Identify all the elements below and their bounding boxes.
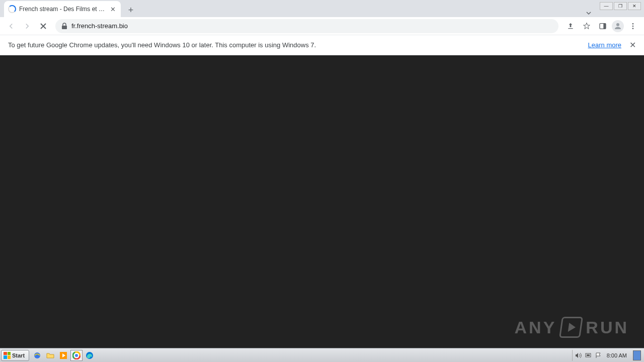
play-icon [559,317,583,338]
chrome-taskbar-icon[interactable] [70,350,83,361]
bookmark-button[interactable] [580,19,594,33]
svg-rect-16 [587,354,590,356]
volume-icon[interactable] [575,352,582,359]
tab-title: French stream - Des Films et Séries [19,6,106,13]
window-controls: — ❐ ✕ [583,2,641,19]
infobar-message: To get future Google Chrome updates, you… [8,41,588,49]
svg-rect-2 [603,23,606,29]
svg-point-6 [632,28,634,29]
url-text: fr.french-stream.bio [71,22,128,30]
close-tab-button[interactable]: ✕ [109,5,117,13]
taskbar-clock[interactable]: 8:00 AM [605,352,629,358]
media-player-icon[interactable] [57,350,69,361]
start-label: Start [12,352,25,358]
loading-spinner-icon [8,5,16,13]
network-icon[interactable] [585,352,592,359]
page-content: ANY RUN [0,55,644,348]
watermark-text-left: ANY [515,318,557,337]
minimize-window-button[interactable]: — [600,2,613,10]
edge-icon[interactable] [84,350,96,361]
profile-button[interactable] [612,20,624,32]
address-bar[interactable]: fr.french-stream.bio [55,19,558,33]
lock-icon [61,23,67,30]
svg-point-5 [632,25,634,27]
menu-button[interactable] [626,19,640,33]
browser-toolbar: fr.french-stream.bio [0,17,644,35]
flag-icon[interactable] [595,352,602,359]
tabs-dropdown-button[interactable] [583,7,595,19]
watermark-text-right: RUN [586,318,629,337]
svg-point-4 [632,23,634,25]
update-infobar: To get future Google Chrome updates, you… [0,35,644,55]
side-panel-button[interactable] [596,19,610,33]
tab-strip: French stream - Des Films et Séries ✕ + … [0,0,644,17]
anyrun-watermark: ANY RUN [515,317,629,338]
svg-point-13 [75,354,78,357]
learn-more-link[interactable]: Learn more [588,41,621,49]
back-button[interactable] [4,19,18,33]
browser-tab[interactable]: French stream - Des Films et Séries ✕ [4,1,121,17]
ie-icon[interactable] [31,350,43,361]
svg-point-3 [616,23,619,26]
windows-logo-icon [4,352,11,359]
browser-window: French stream - Des Films et Séries ✕ + … [0,0,644,348]
close-window-button[interactable]: ✕ [628,2,641,10]
share-button[interactable] [564,19,578,33]
new-tab-button[interactable]: + [124,3,138,17]
svg-rect-0 [62,26,67,29]
close-infobar-button[interactable]: ✕ [629,40,636,50]
forward-button[interactable] [20,19,34,33]
windows-taskbar: Start 8:00 AM [0,348,644,362]
quick-launch [31,350,96,361]
explorer-icon[interactable] [44,350,56,361]
maximize-window-button[interactable]: ❐ [614,2,627,10]
show-desktop-button[interactable] [633,350,641,360]
stop-button[interactable] [36,19,50,33]
start-button[interactable]: Start [1,350,29,361]
system-tray: 8:00 AM [572,350,643,361]
